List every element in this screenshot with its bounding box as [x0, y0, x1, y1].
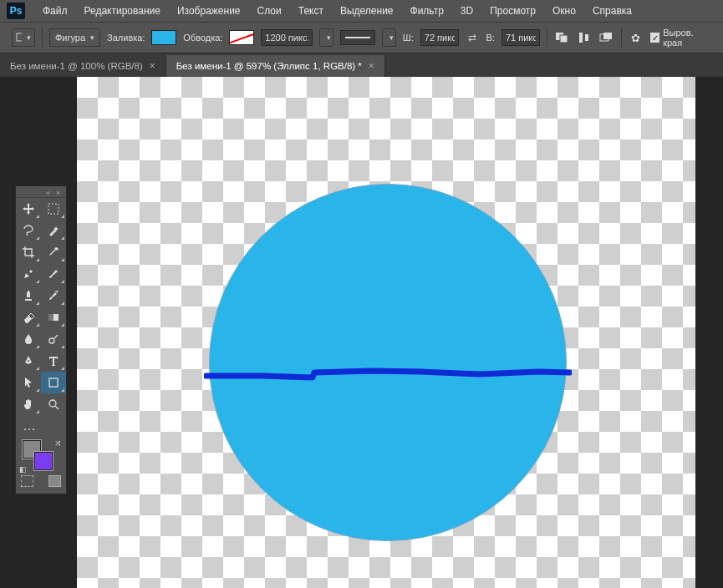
- eyedropper-tool[interactable]: [41, 241, 66, 263]
- align-shapes-icon: [578, 32, 591, 43]
- separator: [621, 28, 622, 47]
- workspace: « × … ⤮: [0, 77, 723, 588]
- gradient-tool[interactable]: [41, 307, 66, 328]
- more-tools[interactable]: …: [16, 415, 41, 437]
- menu-bar: Ps Файл Редактирование Изображение Слои …: [0, 0, 723, 22]
- svg-rect-6: [603, 33, 612, 39]
- close-icon[interactable]: ×: [56, 189, 63, 195]
- line-icon: [345, 37, 370, 38]
- menu-text[interactable]: Текст: [291, 2, 331, 20]
- mode-dropdown[interactable]: Фигура: [49, 28, 100, 47]
- swap-colors-icon[interactable]: ⤮: [54, 438, 61, 448]
- align-icon[interactable]: [576, 29, 592, 46]
- ellipse-shape[interactable]: [209, 184, 567, 541]
- stroke-width-dropdown[interactable]: [319, 28, 333, 47]
- svg-rect-9: [48, 314, 53, 321]
- svg-point-13: [49, 400, 56, 407]
- eraser-tool[interactable]: [16, 307, 41, 328]
- healing-brush-tool[interactable]: [16, 263, 41, 285]
- standard-mode-button[interactable]: [21, 475, 33, 487]
- stroke-width-input[interactable]: [261, 29, 313, 46]
- background-color[interactable]: [34, 452, 53, 470]
- tool-grid: …: [16, 198, 66, 437]
- magic-wand-tool[interactable]: [41, 220, 66, 241]
- history-brush-tool[interactable]: [41, 285, 66, 307]
- default-colors-icon[interactable]: ◧: [19, 465, 27, 474]
- gear-icon[interactable]: ✿: [629, 29, 644, 46]
- dodge-tool[interactable]: [41, 328, 66, 350]
- checkbox-icon: ✓: [650, 33, 659, 43]
- shape-tool-preset[interactable]: [12, 28, 35, 47]
- menu-3d[interactable]: 3D: [453, 2, 481, 20]
- options-bar: Фигура Заливка: Обводка: Ш: ⇄ В: ✿ ✓ Выр…: [0, 22, 723, 53]
- link-wh-icon[interactable]: ⇄: [466, 30, 480, 45]
- document-tab-bar: Без имени-1 @ 100% (RGB/8) × Без имени-1…: [0, 53, 723, 77]
- pen-tool[interactable]: [16, 350, 41, 372]
- svg-rect-7: [48, 204, 59, 214]
- panel-header: « ×: [16, 186, 66, 198]
- menu-window[interactable]: Окно: [545, 2, 583, 20]
- stroke-swatch[interactable]: [229, 30, 254, 45]
- lasso-tool[interactable]: [16, 220, 41, 241]
- menu-image[interactable]: Изображение: [170, 2, 248, 20]
- arrange-icon[interactable]: [598, 29, 614, 46]
- screen-mode-button[interactable]: [48, 475, 61, 487]
- combine-icon: [555, 32, 568, 43]
- svg-rect-0: [17, 33, 22, 41]
- menu-select[interactable]: Выделение: [333, 2, 401, 20]
- hand-tool[interactable]: [16, 393, 41, 415]
- tools-panel: « × … ⤮: [15, 185, 67, 494]
- separator: [547, 28, 547, 47]
- tab-label: Без имени-1 @ 100% (RGB/8): [10, 61, 143, 71]
- svg-point-10: [49, 338, 54, 343]
- width-input[interactable]: [420, 29, 459, 46]
- tab-label: Без имени-1 @ 597% (Эллипс 1, RGB/8) *: [176, 61, 362, 71]
- fill-swatch[interactable]: [151, 30, 176, 45]
- zoom-tool[interactable]: [41, 393, 66, 415]
- stroke-style-drop[interactable]: [382, 28, 396, 47]
- menu-layer[interactable]: Слои: [250, 2, 289, 20]
- menu-view[interactable]: Просмотр: [482, 2, 543, 20]
- canvas[interactable]: [77, 77, 695, 588]
- close-icon[interactable]: ×: [150, 60, 155, 72]
- quick-mask-row: [16, 474, 66, 489]
- path-ops-icon[interactable]: [554, 29, 570, 46]
- stroke-style-dropdown[interactable]: [340, 30, 374, 45]
- fill-label: Заливка:: [107, 33, 145, 43]
- brush-tool[interactable]: [41, 263, 66, 285]
- shape-tool[interactable]: [41, 372, 66, 393]
- marquee-tool[interactable]: [41, 198, 66, 220]
- menu-edit[interactable]: Редактирование: [77, 2, 168, 20]
- svg-point-11: [28, 360, 29, 362]
- svg-rect-2: [560, 35, 568, 43]
- path-selection-tool[interactable]: [16, 372, 41, 393]
- document-tab[interactable]: Без имени-1 @ 100% (RGB/8) ×: [0, 55, 166, 77]
- menu-help[interactable]: Справка: [585, 2, 639, 20]
- svg-rect-12: [49, 378, 58, 387]
- blur-tool[interactable]: [16, 328, 41, 350]
- svg-rect-3: [579, 33, 583, 43]
- rectangle-icon: [16, 33, 22, 43]
- canvas-viewport[interactable]: [77, 77, 723, 588]
- color-picker: ⤮ ◧: [16, 437, 66, 474]
- brush-stroke: [204, 368, 572, 381]
- align-edges-label: Выров. края: [663, 28, 711, 48]
- collapse-icon[interactable]: «: [46, 189, 53, 195]
- width-label: Ш:: [403, 33, 414, 43]
- stroke-label: Обводка:: [183, 33, 222, 43]
- arrange-shapes-icon: [599, 32, 613, 43]
- height-label: В:: [486, 33, 495, 43]
- type-tool[interactable]: [41, 350, 66, 372]
- close-icon[interactable]: ×: [369, 60, 374, 72]
- svg-rect-4: [585, 34, 588, 41]
- align-edges-checkbox[interactable]: ✓ Выров. края: [650, 28, 711, 48]
- crop-tool[interactable]: [16, 241, 41, 263]
- height-input[interactable]: [502, 29, 540, 46]
- move-tool[interactable]: [16, 198, 41, 220]
- menu-file[interactable]: Файл: [35, 2, 75, 20]
- clone-stamp-tool[interactable]: [16, 285, 41, 307]
- app-logo[interactable]: Ps: [7, 3, 25, 19]
- menu-filter[interactable]: Фильтр: [403, 2, 451, 20]
- separator: [42, 28, 43, 47]
- document-tab[interactable]: Без имени-1 @ 597% (Эллипс 1, RGB/8) * ×: [166, 55, 385, 77]
